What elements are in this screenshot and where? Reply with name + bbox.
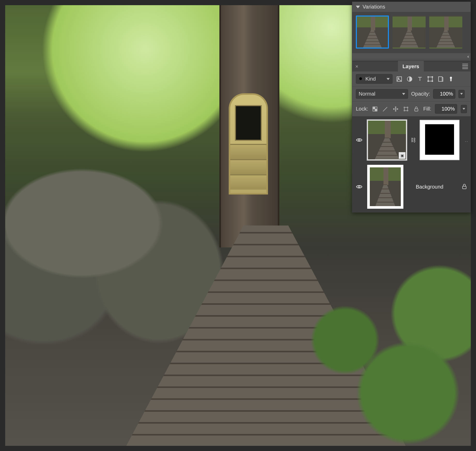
layer-filter-kind-select[interactable]: Kind (356, 74, 393, 84)
blend-mode-select[interactable]: Normal (356, 89, 408, 99)
lock-icon[interactable] (461, 183, 468, 190)
svg-rect-15 (375, 109, 377, 111)
brush-lock-icon[interactable] (382, 106, 388, 112)
position-lock-icon[interactable] (393, 106, 399, 112)
smartobject-badge-icon: ▣ (399, 152, 405, 159)
layer-row-smartobject[interactable]: ▣ ⛓ ‥ (355, 120, 468, 160)
collapse-icon[interactable] (356, 6, 360, 8)
panel-menu-icon[interactable] (462, 64, 468, 69)
variations-title: Variations (363, 4, 385, 10)
opacity-label: Opacity: (411, 91, 430, 97)
layers-panel: × Layers Kind Normal Opacity: 100% (352, 61, 471, 213)
close-panel-icon[interactable]: × (355, 64, 358, 69)
svg-point-6 (428, 76, 429, 77)
svg-rect-10 (439, 77, 442, 81)
svg-line-1 (362, 80, 363, 81)
adjustment-filter-icon[interactable] (406, 75, 413, 83)
fill-dropdown-icon[interactable] (461, 105, 467, 113)
transparency-lock-icon[interactable] (372, 106, 378, 112)
svg-point-3 (398, 78, 399, 79)
opacity-dropdown-icon[interactable] (458, 90, 465, 98)
fill-label: Fill: (423, 106, 431, 112)
layer-name[interactable]: Background (416, 184, 458, 190)
svg-point-7 (432, 76, 433, 77)
variation-thumb-1[interactable] (356, 15, 389, 49)
svg-point-9 (432, 81, 433, 82)
lock-label: Lock: (356, 106, 368, 112)
svg-rect-5 (428, 77, 432, 81)
layer-list: ▣ ⛓ ‥ Background (352, 116, 471, 212)
svg-rect-20 (463, 186, 466, 189)
search-icon (359, 77, 363, 81)
variation-thumb-3[interactable] (429, 15, 462, 49)
visibility-toggle-icon[interactable] (355, 183, 364, 190)
link-mask-icon[interactable]: ⛓ (410, 137, 416, 143)
svg-point-0 (359, 77, 362, 80)
svg-point-19 (358, 186, 360, 188)
filter-mode-label: Kind (365, 76, 376, 82)
layer-row-background[interactable]: Background (355, 165, 468, 209)
image-filter-icon[interactable] (396, 75, 403, 83)
svg-rect-14 (373, 107, 375, 109)
more-indicator: ‥ (463, 137, 468, 143)
type-filter-icon[interactable] (416, 75, 424, 83)
all-lock-icon[interactable] (413, 106, 419, 112)
blend-mode-value: Normal (359, 91, 375, 97)
smartobject-filter-icon[interactable] (437, 75, 444, 83)
svg-point-18 (358, 139, 360, 141)
filter-toggle-icon[interactable] (447, 75, 455, 83)
shape-filter-icon[interactable] (427, 75, 434, 83)
svg-point-8 (428, 81, 429, 82)
svg-rect-16 (404, 107, 408, 111)
opacity-input[interactable]: 100% (433, 89, 455, 99)
layer-mask-thumbnail[interactable] (420, 120, 459, 160)
fill-input[interactable]: 100% (435, 104, 457, 114)
svg-rect-17 (414, 109, 418, 111)
artboard-lock-icon[interactable] (403, 106, 409, 112)
variations-panel: Variations ‹‹ (352, 2, 471, 61)
door-graphic (229, 93, 268, 195)
layers-tab[interactable]: Layers (398, 61, 424, 72)
collapse-panel-icon[interactable]: ‹‹ (352, 53, 471, 61)
layer-thumbnail[interactable] (367, 165, 403, 209)
visibility-toggle-icon[interactable] (355, 137, 364, 143)
variations-list (352, 12, 471, 53)
svg-point-12 (450, 77, 452, 79)
foliage-graphic (261, 181, 471, 446)
variation-thumb-2[interactable] (393, 15, 426, 49)
layer-thumbnail[interactable]: ▣ (367, 120, 407, 160)
